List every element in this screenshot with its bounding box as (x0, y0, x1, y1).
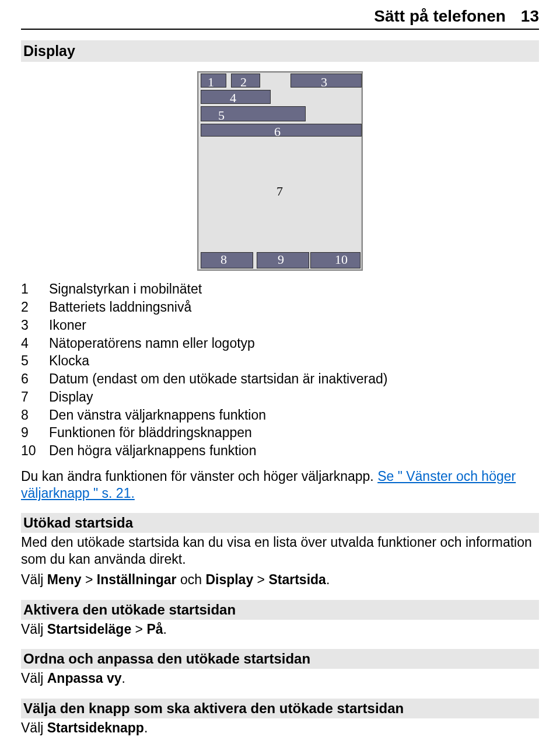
nav-item-startsideknapp: Startsideknapp (47, 720, 144, 735)
legend-num: 10 (21, 442, 38, 459)
legend-list: 1Signalstyrkan i mobilnätet 2Batteriets … (21, 280, 539, 460)
legend-num: 5 (21, 352, 38, 369)
legend-item: 8Den vänstra väljarknappens funktion (21, 406, 539, 424)
legend-item: 6Datum (endast om den utökade startsidan… (21, 370, 539, 388)
legend-text: Nätoperatörens namn eller logotyp (49, 335, 539, 352)
nav-item-startsida: Startsida (268, 572, 326, 587)
nav-item-meny: Meny (47, 572, 82, 587)
diagram-label-3: 3 (321, 74, 327, 90)
diagram-label-6: 6 (274, 124, 281, 140)
nav-end: . (122, 671, 125, 686)
diagram-region-8 (201, 252, 253, 268)
legend-num: 4 (21, 335, 38, 352)
legend-text: Klocka (49, 352, 539, 369)
nav-text: Välj (21, 622, 47, 637)
legend-item: 3Ikoner (21, 316, 539, 334)
legend-num: 7 (21, 389, 38, 406)
section-title-display: Display (21, 40, 539, 62)
legend-num: 6 (21, 371, 38, 388)
nav-end: . (326, 572, 330, 587)
legend-num: 3 (21, 317, 38, 334)
diagram-label-1: 1 (208, 74, 214, 90)
navigation-step: Välj Meny > Inställningar och Display > … (21, 571, 539, 588)
header-page-number: 13 (521, 6, 539, 26)
nav-text: Välj (21, 720, 47, 735)
nav-item-display: Display (205, 572, 253, 587)
nav-end: . (144, 720, 148, 735)
legend-text: Display (49, 389, 539, 406)
diagram-label-7: 7 (276, 183, 283, 200)
legend-num: 1 (21, 281, 38, 298)
nav-item-startsidelage: Startsideläge (47, 622, 131, 637)
diagram-label-4: 4 (230, 90, 236, 106)
legend-text: Signalstyrkan i mobilnätet (49, 281, 539, 298)
header-title: Sätt på telefonen (374, 6, 506, 26)
nav-sep: > (253, 572, 268, 587)
display-diagram: 1 2 3 4 5 6 7 8 9 10 (21, 71, 539, 271)
section-title-customize: Ordna och anpassa den utökade startsidan (21, 649, 539, 669)
paragraph-extended-home: Med den utökade startsida kan du visa en… (21, 534, 539, 568)
diagram-label-2: 2 (240, 74, 247, 90)
legend-num: 2 (21, 299, 38, 316)
legend-text: Datum (endast om den utökade startsidan … (49, 371, 539, 388)
legend-item: 4Nätoperatörens namn eller logotyp (21, 334, 539, 352)
section-title-extended-home: Utökad startsida (21, 513, 539, 533)
navigation-step-customize: Välj Anpassa vy. (21, 670, 539, 687)
nav-item-anpassa-vy: Anpassa vy (47, 671, 122, 686)
diagram-label-10: 10 (335, 252, 348, 268)
nav-item-pa: På (146, 622, 163, 637)
legend-text: Batteriets laddningsnivå (49, 299, 539, 316)
legend-text: Den vänstra väljarknappens funktion (49, 407, 539, 424)
diagram-region-6 (201, 124, 362, 137)
page-header: Sätt på telefonen 13 (21, 0, 539, 30)
nav-text: Välj (21, 671, 47, 686)
nav-item-installningar: Inställningar (97, 572, 177, 587)
section-title-choose-key: Välja den knapp som ska aktivera den utö… (21, 699, 539, 718)
legend-item: 7Display (21, 388, 539, 406)
legend-text: Ikoner (49, 317, 539, 334)
nav-text: Välj (21, 572, 47, 587)
nav-sep: > (82, 572, 97, 587)
diagram-label-5: 5 (218, 107, 225, 124)
navigation-step-choose-key: Välj Startsideknapp. (21, 720, 539, 736)
section-title-activate: Aktivera den utökade startsidan (21, 600, 539, 620)
legend-num: 8 (21, 407, 38, 424)
nav-sep: > (131, 622, 146, 637)
diagram-region-5 (201, 106, 306, 121)
navigation-step-activate: Välj Startsideläge > På. (21, 621, 539, 638)
diagram-label-8: 8 (220, 252, 227, 268)
phone-screen-illustration: 1 2 3 4 5 6 7 8 9 10 (197, 71, 363, 271)
diagram-label-9: 9 (278, 252, 284, 268)
nav-end: . (163, 622, 167, 637)
legend-item: 5Klocka (21, 352, 539, 370)
paragraph-text: Du kan ändra funktionen för vänster och … (21, 469, 377, 484)
legend-num: 9 (21, 424, 38, 441)
nav-sep: och (177, 572, 206, 587)
legend-item: 1Signalstyrkan i mobilnätet (21, 280, 539, 298)
paragraph-selector-keys: Du kan ändra funktionen för vänster och … (21, 468, 539, 502)
legend-item: 9Funktionen för bläddringsknappen (21, 424, 539, 442)
legend-text: Funktionen för bläddringsknappen (49, 424, 539, 441)
legend-text: Den högra väljarknappens funktion (49, 442, 539, 459)
legend-item: 2Batteriets laddningsnivå (21, 298, 539, 316)
legend-item: 10Den högra väljarknappens funktion (21, 442, 539, 460)
